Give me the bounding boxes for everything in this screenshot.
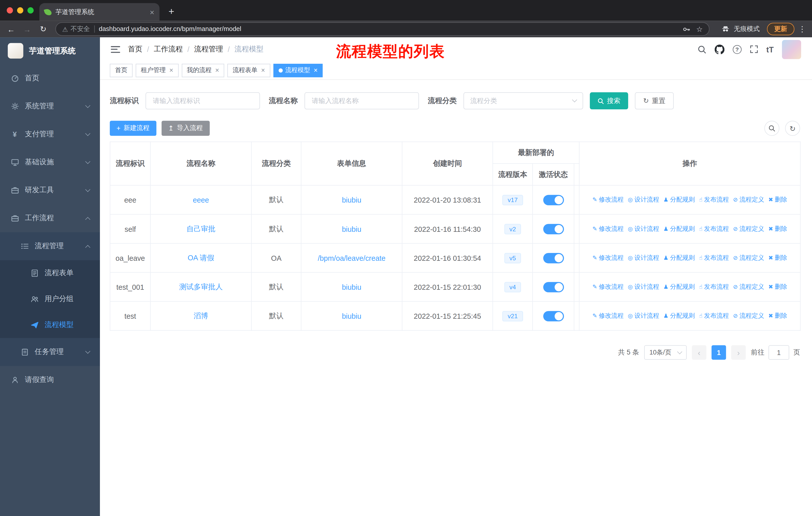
fullscreen-icon[interactable]	[750, 45, 758, 53]
publish-process-link[interactable]: ☝发布流程	[699, 311, 729, 320]
delete-process-link[interactable]: ✖删除	[768, 282, 787, 291]
form-info-link[interactable]: biubiu	[342, 283, 361, 291]
breadcrumb-process-mgmt[interactable]: 流程管理	[194, 45, 223, 54]
design-process-link[interactable]: ◎设计流程	[628, 311, 659, 320]
process-name-link[interactable]: eeee	[193, 196, 209, 204]
modify-process-link[interactable]: ✎修改流程	[592, 224, 624, 233]
form-info-link[interactable]: biubiu	[342, 196, 361, 204]
close-icon[interactable]: ×	[261, 66, 265, 74]
design-process-link[interactable]: ◎设计流程	[628, 195, 659, 204]
process-name-link[interactable]: 自己审批	[186, 224, 215, 233]
sidebar-item-payment[interactable]: ¥ 支付管理	[0, 120, 100, 148]
breadcrumb-workflow[interactable]: 工作流程	[154, 45, 183, 54]
window-minimize-button[interactable]	[17, 7, 23, 13]
delete-process-link[interactable]: ✖删除	[768, 311, 787, 320]
user-avatar[interactable]	[782, 39, 801, 59]
reload-button[interactable]: ↻	[36, 22, 50, 35]
browser-update-button[interactable]: 更新	[767, 23, 794, 35]
process-id-input[interactable]	[145, 92, 260, 109]
current-page-button[interactable]: 1	[712, 345, 726, 360]
browser-tab[interactable]: 芋道管理系统 ×	[39, 3, 159, 21]
tag-process-form[interactable]: 流程表单×	[228, 63, 270, 77]
tag-process-model[interactable]: 流程模型×	[273, 63, 323, 77]
delete-process-link[interactable]: ✖删除	[768, 195, 787, 204]
logo[interactable]: 芋道管理系统	[0, 37, 100, 64]
active-toggle[interactable]	[543, 253, 563, 263]
process-name-input[interactable]	[304, 92, 419, 109]
search-button[interactable]: 搜索	[590, 92, 628, 109]
design-process-link[interactable]: ◎设计流程	[628, 282, 659, 291]
modify-process-link[interactable]: ✎修改流程	[592, 311, 624, 320]
assign-rule-link[interactable]: ♟分配规则	[663, 195, 695, 204]
process-definition-link[interactable]: ⊘流程定义	[733, 195, 764, 204]
page-size-select[interactable]: 10条/页	[644, 345, 687, 360]
github-icon[interactable]	[715, 44, 724, 54]
design-process-link[interactable]: ◎设计流程	[628, 253, 659, 262]
help-icon[interactable]: ?	[733, 45, 742, 54]
sidebar-item-home[interactable]: 首页	[0, 64, 100, 92]
publish-process-link[interactable]: ☝发布流程	[699, 253, 729, 262]
bookmark-star-icon[interactable]: ☆	[696, 25, 703, 33]
breadcrumb-home[interactable]: 首页	[128, 45, 142, 54]
prev-page-button[interactable]: ‹	[692, 345, 706, 360]
sidebar-item-devtools[interactable]: 研发工具	[0, 176, 100, 204]
close-icon[interactable]: ×	[314, 66, 318, 74]
reset-button[interactable]: ↻ 重置	[635, 92, 673, 109]
browser-menu-icon[interactable]: ⋮	[796, 22, 808, 35]
modify-process-link[interactable]: ✎修改流程	[592, 195, 624, 204]
process-name-link[interactable]: OA 请假	[187, 253, 214, 262]
security-chip[interactable]: ⚠ 不安全	[62, 25, 90, 33]
delete-process-link[interactable]: ✖删除	[768, 253, 787, 262]
publish-process-link[interactable]: ☝发布流程	[699, 282, 729, 291]
tag-home[interactable]: 首页	[110, 63, 133, 77]
close-icon[interactable]: ×	[169, 66, 173, 74]
sidebar-item-workflow[interactable]: 工作流程	[0, 204, 100, 232]
modify-process-link[interactable]: ✎修改流程	[592, 282, 624, 291]
process-definition-link[interactable]: ⊘流程定义	[733, 253, 764, 262]
sidebar-item-process-form[interactable]: 流程表单	[0, 260, 100, 286]
process-category-select[interactable]: 流程分类	[463, 92, 583, 109]
form-info-link[interactable]: biubiu	[342, 312, 361, 320]
sidebar-item-task-mgmt[interactable]: 任务管理	[0, 338, 100, 366]
font-size-icon[interactable]: tT	[766, 45, 774, 54]
process-definition-link[interactable]: ⊘流程定义	[733, 311, 764, 320]
sidebar-item-process-mgmt[interactable]: 流程管理	[0, 232, 100, 260]
search-icon[interactable]	[697, 45, 706, 54]
sidebar-item-infra[interactable]: 基础设施	[0, 148, 100, 176]
next-page-button[interactable]: ›	[731, 345, 746, 360]
publish-process-link[interactable]: ☝发布流程	[699, 195, 729, 204]
assign-rule-link[interactable]: ♟分配规则	[663, 224, 695, 233]
design-process-link[interactable]: ◎设计流程	[628, 224, 659, 233]
publish-process-link[interactable]: ☝发布流程	[699, 224, 729, 233]
active-toggle[interactable]	[543, 282, 563, 292]
modify-process-link[interactable]: ✎修改流程	[592, 253, 624, 262]
sidebar-item-process-model[interactable]: 流程模型	[0, 312, 100, 338]
toggle-search-button[interactable]	[764, 121, 780, 136]
create-process-button[interactable]: + 新建流程	[110, 121, 156, 136]
assign-rule-link[interactable]: ♟分配规则	[663, 253, 695, 262]
sidebar-item-leave-query[interactable]: 请假查询	[0, 366, 100, 394]
sidebar-item-system[interactable]: 系统管理	[0, 92, 100, 120]
tab-close-icon[interactable]: ×	[150, 8, 154, 16]
refresh-table-button[interactable]: ↻	[785, 121, 800, 136]
process-definition-link[interactable]: ⊘流程定义	[733, 282, 764, 291]
form-info-link[interactable]: biubiu	[342, 225, 361, 233]
active-toggle[interactable]	[543, 311, 563, 321]
delete-process-link[interactable]: ✖删除	[768, 224, 787, 233]
goto-page-input[interactable]	[768, 345, 789, 360]
address-bar[interactable]: ⚠ 不安全 dashboard.yudao.iocoder.cn/bpm/man…	[55, 22, 709, 35]
window-close-button[interactable]	[7, 7, 13, 13]
close-icon[interactable]: ×	[215, 66, 219, 74]
password-key-icon[interactable]	[683, 25, 691, 33]
back-button[interactable]: ←	[4, 22, 18, 35]
assign-rule-link[interactable]: ♟分配规则	[663, 282, 695, 291]
sidebar-item-user-group[interactable]: 用户分组	[0, 286, 100, 312]
process-name-link[interactable]: 滔博	[194, 311, 208, 320]
tag-tenant-mgmt[interactable]: 租户管理×	[136, 63, 178, 77]
active-toggle[interactable]	[543, 224, 563, 234]
active-toggle[interactable]	[543, 195, 563, 205]
process-definition-link[interactable]: ⊘流程定义	[733, 224, 764, 233]
window-maximize-button[interactable]	[27, 7, 34, 13]
import-process-button[interactable]: ↥ 导入流程	[161, 121, 209, 136]
new-tab-button[interactable]: +	[164, 3, 179, 19]
